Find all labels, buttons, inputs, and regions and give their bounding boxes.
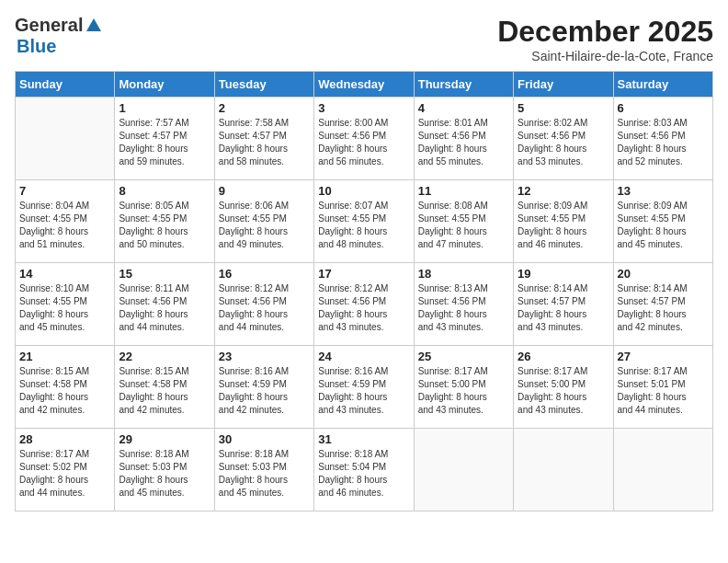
svg-marker-0 — [86, 18, 101, 31]
calendar-cell: 11Sunrise: 8:08 AM Sunset: 4:55 PM Dayli… — [414, 180, 513, 263]
weekday-header-saturday: Saturday — [613, 72, 712, 98]
day-number: 21 — [19, 350, 110, 363]
calendar-cell: 20Sunrise: 8:14 AM Sunset: 4:57 PM Dayli… — [613, 263, 712, 346]
day-info: Sunrise: 8:03 AM Sunset: 4:56 PM Dayligh… — [618, 117, 709, 168]
day-info: Sunrise: 8:12 AM Sunset: 4:56 PM Dayligh… — [219, 282, 310, 334]
day-info: Sunrise: 8:09 AM Sunset: 4:55 PM Dayligh… — [518, 200, 609, 251]
page-header: General Blue December 2025 Saint-Hilaire… — [15, 15, 713, 63]
calendar-cell: 26Sunrise: 8:17 AM Sunset: 5:00 PM Dayli… — [514, 346, 613, 429]
logo-icon — [85, 17, 103, 35]
location-title: Saint-Hilaire-de-la-Cote, France — [497, 49, 713, 63]
day-number: 4 — [418, 101, 509, 115]
day-info: Sunrise: 8:05 AM Sunset: 4:55 PM Dayligh… — [119, 200, 210, 251]
day-info: Sunrise: 8:17 AM Sunset: 5:01 PM Dayligh… — [618, 365, 709, 417]
calendar-cell: 14Sunrise: 8:10 AM Sunset: 4:55 PM Dayli… — [16, 263, 115, 346]
weekday-header-thursday: Thursday — [414, 72, 513, 98]
logo-general: General — [15, 15, 83, 36]
week-row-3: 14Sunrise: 8:10 AM Sunset: 4:55 PM Dayli… — [16, 263, 713, 346]
day-number: 12 — [518, 184, 609, 198]
day-info: Sunrise: 8:07 AM Sunset: 4:55 PM Dayligh… — [318, 200, 409, 251]
week-row-4: 21Sunrise: 8:15 AM Sunset: 4:58 PM Dayli… — [16, 346, 713, 429]
month-title: December 2025 — [497, 15, 713, 49]
day-info: Sunrise: 8:17 AM Sunset: 5:00 PM Dayligh… — [418, 365, 509, 417]
calendar-cell: 7Sunrise: 8:04 AM Sunset: 4:55 PM Daylig… — [16, 180, 115, 263]
day-number: 6 — [618, 101, 709, 115]
day-number: 16 — [219, 267, 310, 281]
calendar-cell: 6Sunrise: 8:03 AM Sunset: 4:56 PM Daylig… — [613, 98, 712, 180]
day-number: 17 — [318, 267, 409, 281]
calendar-cell: 1Sunrise: 7:57 AM Sunset: 4:57 PM Daylig… — [115, 98, 214, 180]
day-number: 7 — [19, 184, 110, 198]
calendar-cell: 8Sunrise: 8:05 AM Sunset: 4:55 PM Daylig… — [115, 180, 214, 263]
day-number: 8 — [119, 184, 210, 198]
calendar-cell: 10Sunrise: 8:07 AM Sunset: 4:55 PM Dayli… — [314, 180, 414, 263]
day-number: 22 — [119, 350, 210, 363]
day-info: Sunrise: 8:14 AM Sunset: 4:57 PM Dayligh… — [518, 282, 609, 334]
day-info: Sunrise: 8:02 AM Sunset: 4:56 PM Dayligh… — [518, 117, 609, 168]
day-number: 11 — [418, 184, 509, 198]
calendar-cell — [414, 429, 513, 511]
day-number: 29 — [119, 432, 210, 446]
day-number: 9 — [219, 184, 310, 198]
day-info: Sunrise: 8:08 AM Sunset: 4:55 PM Dayligh… — [418, 200, 509, 251]
day-number: 18 — [418, 267, 509, 281]
day-number: 27 — [618, 350, 709, 363]
calendar-cell: 23Sunrise: 8:16 AM Sunset: 4:59 PM Dayli… — [214, 346, 313, 429]
day-info: Sunrise: 8:04 AM Sunset: 4:55 PM Dayligh… — [19, 200, 110, 251]
day-info: Sunrise: 8:11 AM Sunset: 4:56 PM Dayligh… — [119, 282, 210, 334]
day-number: 19 — [518, 267, 609, 281]
day-info: Sunrise: 8:06 AM Sunset: 4:55 PM Dayligh… — [219, 200, 310, 251]
calendar-cell: 30Sunrise: 8:18 AM Sunset: 5:03 PM Dayli… — [214, 429, 313, 511]
calendar-cell: 18Sunrise: 8:13 AM Sunset: 4:56 PM Dayli… — [414, 263, 513, 346]
weekday-header-monday: Monday — [115, 72, 214, 98]
calendar-cell: 31Sunrise: 8:18 AM Sunset: 5:04 PM Dayli… — [314, 429, 414, 511]
calendar-cell: 28Sunrise: 8:17 AM Sunset: 5:02 PM Dayli… — [16, 429, 115, 511]
weekday-header-row: SundayMondayTuesdayWednesdayThursdayFrid… — [16, 72, 713, 98]
calendar-cell: 21Sunrise: 8:15 AM Sunset: 4:58 PM Dayli… — [16, 346, 115, 429]
calendar-cell: 12Sunrise: 8:09 AM Sunset: 4:55 PM Dayli… — [514, 180, 613, 263]
week-row-2: 7Sunrise: 8:04 AM Sunset: 4:55 PM Daylig… — [16, 180, 713, 263]
day-number: 26 — [518, 350, 609, 363]
day-number: 20 — [618, 267, 709, 281]
day-info: Sunrise: 8:18 AM Sunset: 5:04 PM Dayligh… — [318, 448, 409, 500]
calendar-cell: 15Sunrise: 8:11 AM Sunset: 4:56 PM Dayli… — [115, 263, 214, 346]
calendar-cell: 9Sunrise: 8:06 AM Sunset: 4:55 PM Daylig… — [214, 180, 313, 263]
day-number: 10 — [318, 184, 409, 198]
weekday-header-sunday: Sunday — [16, 72, 115, 98]
calendar-cell — [514, 429, 613, 511]
calendar-cell: 24Sunrise: 8:16 AM Sunset: 4:59 PM Dayli… — [314, 346, 414, 429]
day-number: 1 — [119, 101, 210, 115]
weekday-header-friday: Friday — [514, 72, 613, 98]
week-row-5: 28Sunrise: 8:17 AM Sunset: 5:02 PM Dayli… — [16, 429, 713, 511]
day-info: Sunrise: 8:18 AM Sunset: 5:03 PM Dayligh… — [119, 448, 210, 500]
day-number: 31 — [318, 432, 409, 446]
day-info: Sunrise: 8:00 AM Sunset: 4:56 PM Dayligh… — [318, 117, 409, 168]
day-info: Sunrise: 7:58 AM Sunset: 4:57 PM Dayligh… — [219, 117, 310, 168]
day-number: 3 — [318, 101, 409, 115]
calendar-cell: 16Sunrise: 8:12 AM Sunset: 4:56 PM Dayli… — [214, 263, 313, 346]
day-info: Sunrise: 8:16 AM Sunset: 4:59 PM Dayligh… — [318, 365, 409, 417]
weekday-header-tuesday: Tuesday — [214, 72, 313, 98]
day-number: 24 — [318, 350, 409, 363]
calendar-cell: 4Sunrise: 8:01 AM Sunset: 4:56 PM Daylig… — [414, 98, 513, 180]
calendar-cell: 19Sunrise: 8:14 AM Sunset: 4:57 PM Dayli… — [514, 263, 613, 346]
day-info: Sunrise: 8:10 AM Sunset: 4:55 PM Dayligh… — [19, 282, 110, 334]
calendar-table: SundayMondayTuesdayWednesdayThursdayFrid… — [15, 71, 713, 511]
day-number: 2 — [219, 101, 310, 115]
day-info: Sunrise: 8:17 AM Sunset: 5:02 PM Dayligh… — [19, 448, 110, 500]
weekday-header-wednesday: Wednesday — [314, 72, 414, 98]
day-number: 15 — [119, 267, 210, 281]
calendar-cell: 2Sunrise: 7:58 AM Sunset: 4:57 PM Daylig… — [214, 98, 313, 180]
day-number: 28 — [19, 432, 110, 446]
day-info: Sunrise: 8:17 AM Sunset: 5:00 PM Dayligh… — [518, 365, 609, 417]
day-number: 13 — [618, 184, 709, 198]
day-number: 5 — [518, 101, 609, 115]
day-info: Sunrise: 8:16 AM Sunset: 4:59 PM Dayligh… — [219, 365, 310, 417]
calendar-cell: 17Sunrise: 8:12 AM Sunset: 4:56 PM Dayli… — [314, 263, 414, 346]
day-info: Sunrise: 8:18 AM Sunset: 5:03 PM Dayligh… — [219, 448, 310, 500]
day-info: Sunrise: 8:15 AM Sunset: 4:58 PM Dayligh… — [19, 365, 110, 417]
day-info: Sunrise: 8:13 AM Sunset: 4:56 PM Dayligh… — [418, 282, 509, 334]
calendar-cell — [16, 98, 115, 180]
calendar-cell: 3Sunrise: 8:00 AM Sunset: 4:56 PM Daylig… — [314, 98, 414, 180]
day-info: Sunrise: 8:14 AM Sunset: 4:57 PM Dayligh… — [618, 282, 709, 334]
